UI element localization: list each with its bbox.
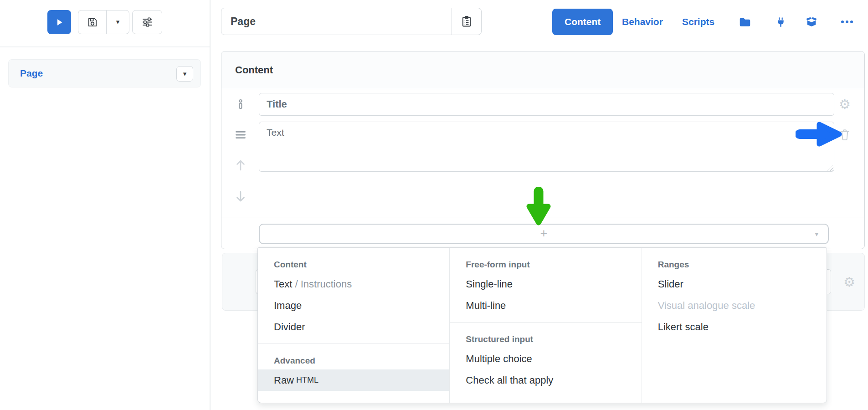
save-icon: [87, 16, 98, 28]
item-text-textarea[interactable]: [259, 122, 834, 172]
move-up-button[interactable]: [234, 159, 247, 172]
run-study-button[interactable]: [47, 10, 71, 34]
app-window: ▾ Page ▾ Content: [0, 0, 868, 410]
menu-section-header: Free-form input: [450, 256, 641, 273]
menu-item-image[interactable]: Image: [258, 295, 449, 316]
sidebar-item-menu-button[interactable]: ▾: [176, 66, 193, 82]
clipboard-button[interactable]: [452, 8, 482, 35]
menu-column-content: Content Text / Instructions Image Divide…: [258, 248, 450, 403]
clipboard-icon: [460, 15, 473, 28]
tab-content[interactable]: Content: [552, 9, 613, 35]
menu-item-multiple-choice[interactable]: Multiple choice: [450, 348, 641, 369]
tab-scripts[interactable]: Scripts: [682, 9, 714, 35]
menu-item-multi-line[interactable]: Multi-line: [450, 295, 641, 316]
item-delete-button[interactable]: [837, 127, 852, 143]
menu-item-text-instructions[interactable]: Text / Instructions: [258, 273, 449, 295]
plug-icon: [775, 16, 787, 28]
menu-column-ranges: Ranges Slider Visual analogue scale Like…: [642, 248, 827, 403]
caret-down-icon: ▾: [815, 231, 818, 238]
menu-column-input: Free-form input Single-line Multi-line S…: [450, 248, 642, 403]
plus-icon: +: [540, 227, 548, 240]
ellipsis-icon: [840, 20, 854, 24]
menu-item-visual-analogue-scale: Visual analogue scale: [642, 295, 827, 316]
menu-divider: [258, 343, 449, 344]
menu-item-likert-scale[interactable]: Likert scale: [642, 316, 827, 338]
tab-behavior[interactable]: Behavior: [622, 9, 663, 35]
info-icon: [234, 97, 247, 111]
item-title-input[interactable]: [259, 93, 834, 116]
menu-item-raw-html[interactable]: Raw HTML: [258, 369, 449, 391]
toolbar-divider: [0, 46, 210, 47]
menu-section-header: Content: [258, 256, 449, 273]
content-card-header: Content: [221, 51, 864, 89]
menu-section-header: Advanced: [258, 352, 449, 369]
gear-icon: ⚙: [843, 276, 855, 289]
save-button[interactable]: [78, 10, 106, 34]
next-section-settings-button[interactable]: ⚙: [842, 274, 857, 290]
caret-down-icon: ▾: [116, 19, 120, 26]
sidebar-item-page[interactable]: Page ▾: [8, 59, 201, 87]
tab-scripts-label: Scripts: [682, 16, 714, 27]
content-card: Content: [221, 51, 865, 249]
play-icon: [54, 17, 65, 28]
preferences-button[interactable]: [132, 10, 162, 34]
menu-section-header: Structured input: [450, 331, 641, 348]
save-menu-button[interactable]: ▾: [106, 10, 129, 34]
menu-item-divider[interactable]: Divider: [258, 316, 449, 338]
add-item-button[interactable]: + ▾: [259, 224, 829, 244]
sidebar-item-label: Page: [9, 68, 43, 79]
arrow-down-icon: [235, 190, 247, 203]
caret-down-icon: ▾: [183, 71, 187, 77]
page-title-input[interactable]: [221, 8, 452, 35]
trash-icon: [838, 128, 851, 142]
plugins-button[interactable]: [772, 13, 789, 31]
more-options-button[interactable]: [839, 13, 855, 31]
gear-icon: ⚙: [839, 98, 851, 111]
files-button[interactable]: [737, 13, 753, 31]
sliders-icon: [141, 16, 154, 28]
tab-behavior-label: Behavior: [622, 16, 663, 27]
move-down-button[interactable]: [234, 190, 247, 203]
content-card-title: Content: [235, 64, 273, 76]
tab-content-label: Content: [565, 16, 601, 27]
menu-section-header: Ranges: [642, 256, 827, 273]
folder-icon: [738, 15, 752, 29]
item-settings-button[interactable]: ⚙: [837, 97, 852, 112]
menu-divider: [450, 322, 641, 323]
sidebar-main-divider: [210, 0, 211, 410]
open-box-icon: [804, 15, 819, 29]
archive-button[interactable]: [803, 13, 820, 31]
add-item-menu: Content Text / Instructions Image Divide…: [257, 247, 827, 403]
menu-item-single-line[interactable]: Single-line: [450, 273, 641, 295]
arrow-up-icon: [235, 159, 247, 172]
drag-handle-icon[interactable]: [234, 128, 247, 142]
menu-item-check-all[interactable]: Check all that apply: [450, 369, 641, 391]
menu-item-slider[interactable]: Slider: [642, 273, 827, 295]
